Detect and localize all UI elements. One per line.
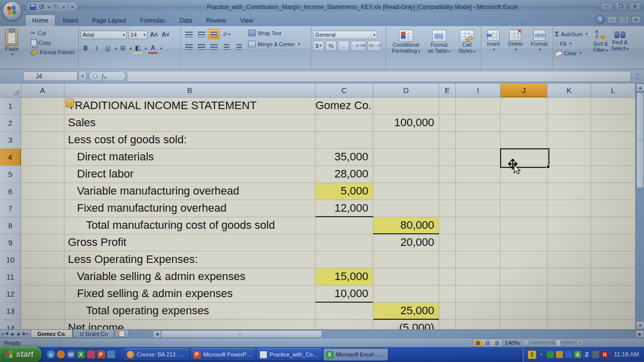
cell-D9[interactable]: 20,000 — [373, 234, 439, 251]
grow-font-button[interactable]: A˄ — [149, 30, 159, 40]
cell-J9[interactable] — [501, 234, 547, 251]
cell-C14[interactable] — [315, 320, 373, 329]
cell-K13[interactable] — [547, 303, 591, 320]
volume-icon[interactable] — [592, 351, 599, 358]
cell-D5[interactable] — [373, 166, 439, 183]
clear-button[interactable]: Clear▾ — [555, 48, 588, 58]
cell-K3[interactable] — [547, 132, 591, 149]
bottom-align-button[interactable] — [208, 29, 220, 39]
cell-D7[interactable] — [373, 200, 439, 217]
notification-badge[interactable]: 2 — [528, 350, 536, 359]
bold-button[interactable]: B — [80, 43, 91, 53]
next-sheet-icon[interactable]: ▶ — [16, 332, 22, 336]
borders-dropdown-icon[interactable]: ▾ — [130, 46, 132, 51]
font-size-combo[interactable]: 14▾ — [128, 31, 147, 39]
tab-insert[interactable]: Insert — [56, 15, 85, 26]
taskbar-button-document[interactable]: Practice_with_Contri... — [257, 348, 321, 360]
cell-C12[interactable]: 10,000 — [315, 286, 373, 303]
undo-icon[interactable]: ↺ — [39, 3, 44, 12]
tab-page-layout[interactable]: Page Layout — [86, 15, 132, 26]
column-header-C[interactable]: C — [315, 83, 373, 98]
cell-A1[interactable] — [21, 98, 64, 115]
cell-I13[interactable] — [456, 303, 501, 320]
app-icon[interactable] — [107, 350, 115, 358]
find-select-button[interactable]: Find & Select▾ — [609, 29, 630, 58]
cell-L4[interactable] — [591, 149, 635, 166]
cell-I9[interactable] — [456, 234, 501, 251]
fill-color-button[interactable]: ◧ — [133, 43, 143, 54]
page-break-view-icon[interactable]: ▥ — [493, 339, 502, 346]
scroll-left-icon[interactable]: ◀ — [153, 330, 161, 338]
font-color-dropdown-icon[interactable]: ▾ — [160, 46, 162, 51]
cell-J6[interactable] — [501, 183, 547, 200]
row-header-14[interactable]: 14 — [0, 320, 21, 329]
format-cells-button[interactable]: Format ▾ — [529, 29, 549, 53]
zoom-in-icon[interactable]: + — [577, 339, 584, 346]
last-sheet-icon[interactable]: ▶⯮ — [23, 331, 29, 336]
cell-I5[interactable] — [456, 166, 501, 183]
cell-C2[interactable] — [315, 115, 373, 132]
cell-C5[interactable]: 28,000 — [315, 166, 373, 183]
borders-button[interactable]: ⊞ — [118, 43, 128, 53]
scroll-up-icon[interactable]: ▲ — [636, 83, 644, 92]
word-icon[interactable]: W — [67, 350, 75, 358]
cell-L6[interactable] — [591, 183, 635, 200]
zone-z-icon[interactable]: Z — [583, 351, 590, 358]
row-header-12[interactable]: 12 — [0, 286, 21, 303]
cell-J12[interactable] — [501, 286, 547, 303]
cell-A14[interactable] — [21, 320, 64, 329]
powerpoint-icon[interactable]: P — [97, 350, 105, 358]
orientation-button[interactable]: ab▾ — [220, 29, 232, 39]
cell-L8[interactable] — [591, 217, 635, 234]
copy-button[interactable]: Copy — [31, 38, 77, 47]
cell-E5[interactable] — [439, 166, 456, 183]
row-header-7[interactable]: 7 — [0, 200, 21, 217]
row-header-13[interactable]: 13 — [0, 303, 21, 320]
cell-I7[interactable] — [456, 200, 501, 217]
cell-K7[interactable] — [547, 200, 591, 217]
cell-B11[interactable]: Variable selling & admin expenses — [64, 268, 315, 286]
zoom-out-icon[interactable]: − — [522, 339, 529, 346]
cell-L11[interactable] — [591, 268, 635, 286]
prev-sheet-icon[interactable]: ◀ — [9, 332, 15, 336]
insert-function-button[interactable]: fx — [89, 71, 126, 81]
cell-I12[interactable] — [456, 286, 501, 303]
cell-B10[interactable]: Less Operating Expenses: — [64, 251, 315, 268]
cell-I11[interactable] — [456, 268, 501, 286]
row-header-10[interactable]: 10 — [0, 251, 21, 268]
cell-K4[interactable] — [547, 149, 591, 166]
vertical-scroll-thumb[interactable] — [636, 93, 644, 188]
column-header-B[interactable]: B — [64, 83, 315, 98]
underline-button[interactable]: U — [103, 43, 113, 53]
row-header-11[interactable]: 11 — [0, 268, 21, 286]
cell-C4[interactable]: 35,000 — [315, 149, 373, 166]
cell-E3[interactable] — [439, 132, 456, 149]
top-align-button[interactable] — [183, 29, 195, 39]
column-header-K[interactable]: K — [547, 83, 591, 98]
firefox-icon[interactable] — [57, 350, 65, 358]
autosum-button[interactable]: ΣAutoSum▾ — [555, 29, 588, 39]
close-button[interactable]: ✕ — [629, 3, 641, 11]
delete-cells-button[interactable]: Delete ▾ — [506, 29, 524, 53]
cell-J13[interactable] — [501, 303, 547, 320]
cell-B2[interactable]: Sales — [64, 115, 315, 132]
row-header-8[interactable]: 8 — [0, 217, 21, 234]
cell-K5[interactable] — [547, 166, 591, 183]
cell-K11[interactable] — [547, 268, 591, 286]
cell-A9[interactable] — [21, 234, 64, 251]
cell-E2[interactable] — [439, 115, 456, 132]
row-header-5[interactable]: 5 — [0, 166, 21, 183]
cell-J14[interactable] — [501, 320, 547, 329]
cell-K8[interactable] — [547, 217, 591, 234]
cell-B9[interactable]: Gross Profit — [64, 234, 315, 251]
cell-K9[interactable] — [547, 234, 591, 251]
redo-dropdown-icon[interactable]: ▾ — [63, 5, 65, 10]
cell-E12[interactable] — [439, 286, 456, 303]
column-header-D[interactable]: D — [373, 83, 439, 98]
cell-E14[interactable] — [439, 320, 456, 329]
excel-icon[interactable]: X — [77, 350, 85, 358]
cell-J10[interactable] — [501, 251, 547, 268]
number-format-combo[interactable]: General▾ — [313, 31, 377, 39]
scroll-right-icon[interactable]: ▶ — [636, 330, 644, 338]
cell-C1[interactable]: Gomez Co. — [315, 98, 373, 115]
